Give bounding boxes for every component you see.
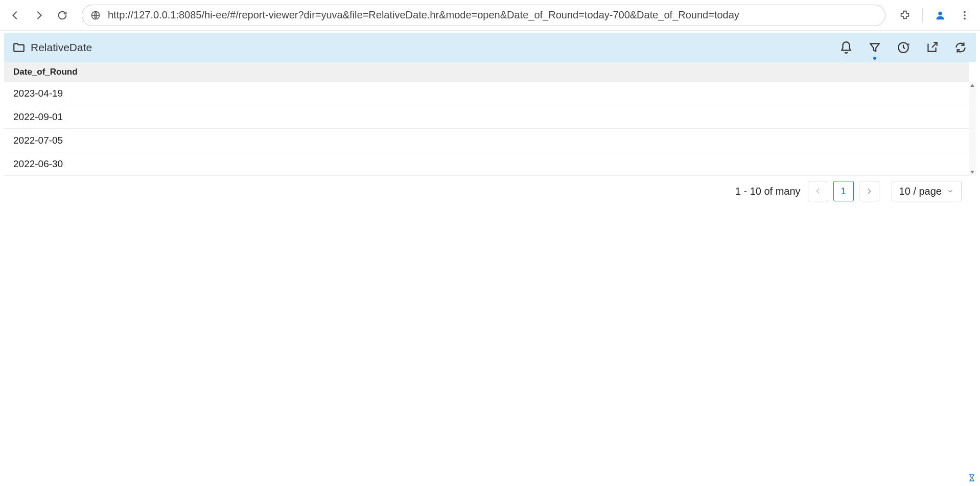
url-text: http://127.0.0.1:8085/hi-ee/#/report-vie… [108, 9, 739, 21]
pagination-range: 1 - 10 of many [735, 186, 801, 197]
table-row[interactable]: 2022-09-01 [4, 105, 969, 129]
prev-page-button[interactable] [808, 181, 828, 201]
column-header[interactable]: Date_of_Round [4, 62, 969, 82]
scroll-down-icon[interactable] [969, 169, 976, 176]
table-row[interactable]: 2022-07-05 [4, 129, 969, 152]
forward-button[interactable] [29, 5, 49, 26]
report-content: Date_of_Round 2023-04-19 2022-09-01 2022… [4, 62, 976, 176]
back-button[interactable] [5, 5, 26, 26]
cell-value: 2023-04-19 [13, 88, 63, 99]
page-size-label: 10 / page [899, 186, 942, 197]
browser-toolbar: http://127.0.0.1:8085/hi-ee/#/report-vie… [0, 0, 980, 31]
column-header-label: Date_of_Round [13, 67, 78, 77]
cell-value: 2022-06-30 [13, 158, 63, 170]
table-row[interactable]: 2023-04-19 [4, 82, 969, 105]
url-bar[interactable]: http://127.0.0.1:8085/hi-ee/#/report-vie… [82, 5, 885, 26]
loading-indicator-icon [968, 474, 976, 482]
filter-button[interactable] [868, 40, 882, 55]
toolbar-divider [922, 8, 923, 22]
extensions-button[interactable] [895, 5, 915, 26]
reload-button[interactable] [52, 5, 73, 26]
next-page-button[interactable] [859, 181, 879, 201]
svg-point-2 [964, 11, 966, 13]
folder-icon [12, 41, 26, 54]
filter-active-indicator [873, 57, 876, 60]
scroll-up-icon[interactable] [969, 82, 976, 89]
chevron-down-icon [947, 188, 954, 195]
refresh-button[interactable] [953, 40, 968, 55]
pagination: 1 - 10 of many 1 10 / page [4, 176, 976, 201]
notifications-button[interactable] [839, 40, 853, 55]
profile-button[interactable] [930, 5, 950, 26]
cell-value: 2022-07-05 [13, 135, 63, 146]
table-row[interactable]: 2022-06-30 [4, 152, 969, 176]
globe-icon [90, 10, 101, 20]
svg-point-1 [938, 11, 942, 15]
page-number-button[interactable]: 1 [833, 181, 854, 201]
page-title: RelativeDate [31, 41, 92, 54]
cell-value: 2022-09-01 [13, 111, 63, 123]
page-size-select[interactable]: 10 / page [892, 181, 962, 201]
svg-point-4 [964, 17, 966, 19]
schedule-button[interactable] [896, 40, 911, 55]
vertical-scrollbar[interactable] [969, 82, 976, 176]
menu-button[interactable] [954, 5, 975, 26]
export-button[interactable] [925, 40, 939, 55]
svg-point-3 [964, 14, 966, 16]
page-number-label: 1 [841, 186, 846, 197]
app-header: RelativeDate [4, 33, 976, 62]
